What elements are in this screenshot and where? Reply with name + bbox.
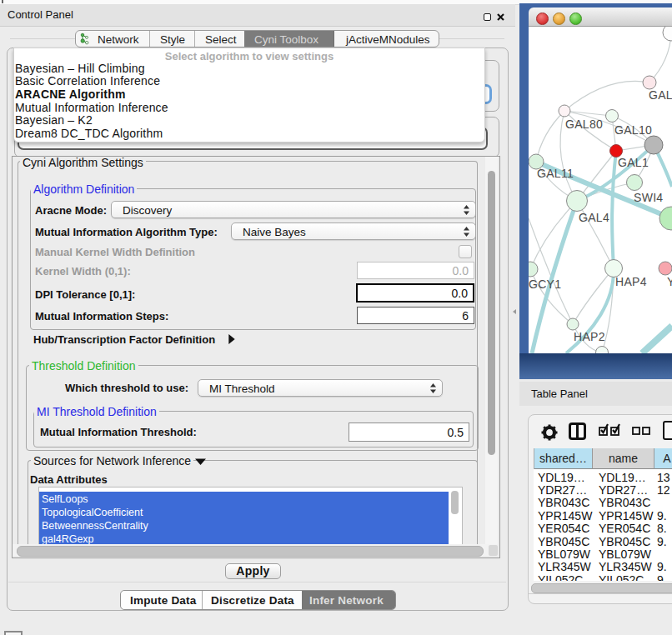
svg-text:GAL1: GAL1 — [618, 156, 649, 169]
svg-text:GAL80: GAL80 — [565, 118, 603, 131]
svg-text:GAL2: GAL2 — [649, 88, 672, 102]
svg-text:HAP4: HAP4 — [615, 275, 647, 288]
svg-text:GAL11: GAL11 — [537, 167, 574, 180]
svg-text:GCY1: GCY1 — [529, 278, 561, 291]
svg-text:SWI4: SWI4 — [634, 191, 663, 204]
svg-text:GAL10: GAL10 — [614, 123, 652, 137]
svg-text:GAL4: GAL4 — [579, 211, 609, 224]
svg-text:HAP2: HAP2 — [574, 330, 605, 343]
svg-text:Y: Y — [667, 275, 672, 288]
